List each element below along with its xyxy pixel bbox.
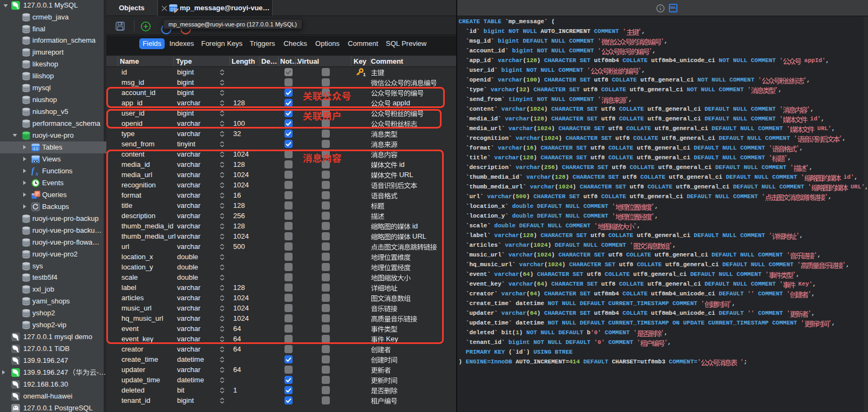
svg-text:1: 1 [363, 72, 366, 77]
svg-text:f: f [31, 167, 35, 175]
svg-text:x: x [35, 170, 38, 175]
